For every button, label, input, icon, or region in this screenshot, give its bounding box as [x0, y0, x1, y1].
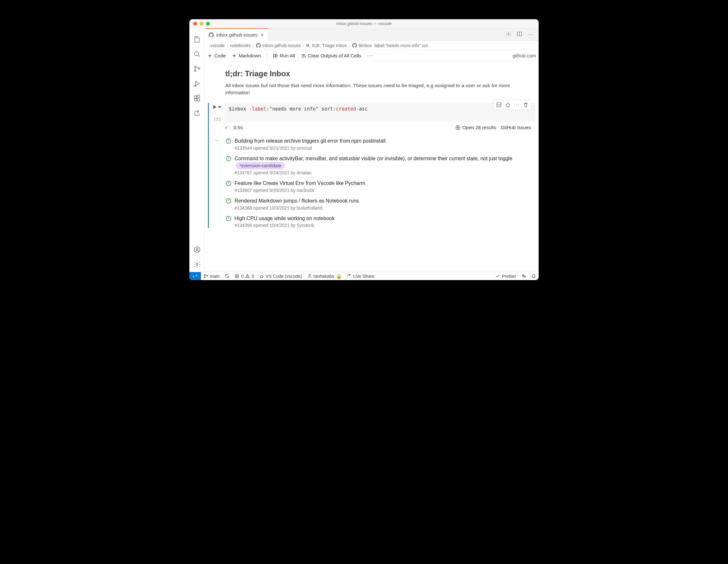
run-cell-button[interactable] — [212, 105, 222, 109]
svg-rect-8 — [197, 95, 200, 97]
feedback-icon[interactable] — [519, 274, 529, 278]
tab-label: inbox.github-issues — [216, 32, 257, 37]
issue-meta: #133787 opened 9/24/2021 by dmalan — [235, 170, 535, 175]
svg-rect-5 — [194, 96, 197, 98]
search-icon[interactable] — [189, 47, 205, 62]
execution-count: [3] — [213, 117, 221, 122]
window-title: inbox.github-issues — vscode — [189, 21, 539, 26]
svg-point-27 — [523, 275, 524, 276]
share-icon[interactable] — [189, 106, 205, 120]
extension-indicator[interactable]: VS Code (vscode) — [257, 274, 305, 279]
gear-icon[interactable] — [506, 31, 511, 37]
code-editor[interactable]: $inbox -label:"needs more info" sort:cre… — [224, 103, 535, 122]
svg-rect-6 — [194, 99, 197, 101]
remote-indicator[interactable] — [189, 272, 201, 280]
chevron-down-icon[interactable] — [218, 105, 222, 109]
duration: 0.5s — [234, 125, 243, 130]
breadcrumb-cell-md[interactable]: M↓ tl;dr: Triage Inbox — [306, 43, 347, 48]
split-cell-icon[interactable] — [495, 101, 502, 108]
svg-point-11 — [196, 263, 198, 265]
cell-more-icon[interactable]: ··· — [513, 101, 520, 108]
issue-open-icon — [226, 198, 231, 204]
issue-title[interactable]: Building from release archive triggers g… — [235, 137, 385, 145]
tabs-actions: ··· — [506, 31, 539, 38]
svg-point-4 — [194, 85, 196, 87]
breadcrumb-file[interactable]: inbox.github-issues — [256, 43, 301, 48]
issue-open-icon — [226, 180, 231, 186]
issue-title[interactable]: Feature like Create Virtual Env from Vsc… — [235, 180, 365, 187]
issue-item[interactable]: Building from release archive triggers g… — [226, 137, 535, 151]
success-icon: ✓ — [224, 124, 228, 130]
issue-meta: #134396 opened 10/4/2021 by Syndorik — [235, 223, 335, 228]
prettier-indicator[interactable]: Prettier — [493, 274, 519, 279]
open-results-link[interactable]: Open 28 results — [455, 125, 496, 130]
github-icon — [256, 43, 261, 48]
cell-status: ✓ 0.5s Open 28 results GitHub Issues — [210, 122, 535, 132]
extensions-icon[interactable] — [189, 91, 205, 106]
close-tab-icon[interactable] — [260, 33, 264, 37]
markdown-heading: tl;dr: Triage Inbox — [225, 69, 535, 78]
lock-icon: 🔒 — [336, 274, 342, 279]
svg-point-28 — [524, 276, 526, 277]
tab-inbox-github-issues[interactable]: inbox.github-issues — [205, 28, 269, 41]
liveshare-button[interactable]: Live Share — [344, 274, 377, 279]
cell-gutter: [3] — [210, 103, 224, 122]
breadcrumbs[interactable]: .vscode › notebooks › inbox.github-issue… — [205, 41, 539, 50]
svg-point-10 — [196, 248, 198, 250]
home-icon[interactable] — [504, 101, 511, 108]
issue-item[interactable]: High CPU usage while working on notebook… — [226, 215, 535, 228]
breadcrumb-vscode[interactable]: .vscode — [209, 43, 225, 48]
issue-title[interactable]: Rendered Markdown jumps / flickers as No… — [235, 197, 359, 204]
svg-point-0 — [194, 52, 199, 56]
delete-cell-icon[interactable] — [522, 101, 529, 108]
kernel-picker[interactable]: github.com — [511, 53, 536, 58]
issue-title[interactable]: High CPU usage while working on notebook — [235, 215, 335, 222]
issue-open-icon — [226, 156, 231, 162]
svg-rect-7 — [197, 99, 200, 101]
issue-list: ··· Building from release archive trigge… — [210, 137, 535, 228]
svg-point-23 — [204, 277, 205, 278]
github-icon — [352, 43, 357, 48]
minimize-window-button[interactable] — [200, 22, 203, 26]
breadcrumb-notebooks[interactable]: notebooks — [230, 43, 251, 48]
source-control-icon[interactable] — [189, 62, 205, 76]
app-window: inbox.github-issues — vscode inbox.githu… — [189, 19, 539, 280]
settings-gear-icon[interactable] — [189, 257, 205, 272]
sync-icon[interactable] — [222, 274, 232, 278]
add-code-button[interactable]: Code — [207, 53, 226, 58]
cell-code-row: [3] $inbox -label:"needs more info" sort… — [210, 103, 535, 122]
code-cell[interactable]: ··· [3] $inbox -label:"needs more — [208, 103, 535, 228]
split-editor-icon[interactable] — [517, 31, 522, 37]
titlebar: inbox.github-issues — vscode — [189, 19, 539, 28]
svg-point-12 — [508, 33, 509, 35]
github-icon — [209, 32, 214, 37]
issue-item[interactable]: Feature like Create Virtual Env from Vsc… — [226, 180, 535, 193]
issue-meta: #134388 opened 10/3/2021 by burkeholland — [235, 205, 359, 211]
more-actions-icon[interactable]: ··· — [527, 31, 534, 38]
close-window-button[interactable] — [193, 22, 197, 26]
issue-open-icon — [226, 138, 231, 144]
issue-label[interactable]: *extension-candidate — [236, 162, 285, 170]
branch-indicator[interactable]: main — [201, 274, 222, 279]
toolbar-more-icon[interactable]: ··· — [367, 52, 374, 59]
svg-point-2 — [194, 70, 196, 72]
issue-title[interactable]: Command to make activityBar, menuBar, an… — [235, 155, 535, 169]
problems-indicator[interactable]: 0 0 — [232, 274, 257, 279]
add-markdown-button[interactable]: Markdown — [232, 53, 261, 58]
notebook-toolbar: Code Markdown Run All Clear Outputs of A… — [205, 50, 539, 62]
controller-label[interactable]: GitHub Issues — [501, 125, 531, 130]
traffic-lights — [189, 22, 210, 26]
user-indicator[interactable]: tanhakabir 🔒 — [305, 274, 344, 279]
issue-item[interactable]: Rendered Markdown jumps / flickers as No… — [226, 197, 535, 211]
clear-outputs-button[interactable]: Clear Outputs of All Cells — [301, 53, 361, 58]
maximize-window-button[interactable] — [206, 22, 210, 26]
output-more-icon[interactable]: ··· — [214, 137, 219, 144]
accounts-icon[interactable] — [189, 242, 205, 257]
run-debug-icon[interactable] — [189, 76, 205, 91]
issue-item[interactable]: Command to make activityBar, menuBar, an… — [226, 155, 535, 175]
run-all-button[interactable]: Run All — [273, 53, 295, 58]
notifications-icon[interactable] — [529, 274, 539, 278]
explorer-icon[interactable] — [189, 32, 205, 47]
body: inbox.github-issues ··· .vscode › notebo… — [189, 28, 539, 272]
breadcrumb-cell-code[interactable]: $inbox -label:"needs more info" sor — [352, 43, 428, 48]
